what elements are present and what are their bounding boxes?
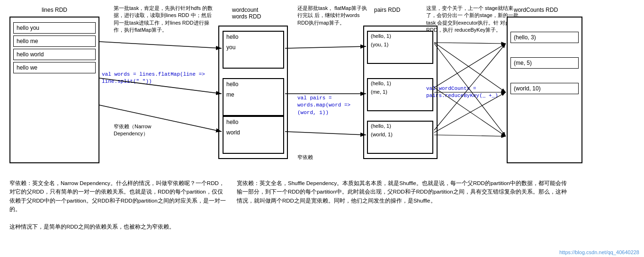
pairs-item-3a: (hello, 1) [368, 122, 432, 130]
words-item-1b: you [224, 42, 283, 53]
bottom-left-text: 窄依赖：英文全名，Narrow Dependency。什么样的情况，叫做窄依赖呢… [9, 179, 227, 231]
lines-item-1: hello you [13, 22, 96, 34]
pairs-item-1b: (you, 1) [368, 40, 432, 49]
pairs-item-1a: (hello, 1) [368, 32, 432, 40]
lines-rdd-container: hello you hello me hello world hello we [9, 17, 99, 163]
bottom-right-text: 宽依赖：英文全名，Shuffle Dependency。本质如其名本质，就是Sh… [237, 179, 568, 205]
code1: val words = lines.flatMap(line => line.s… [102, 71, 211, 86]
wordcounts-container: (hello, 3) (me, 5) (world, 10) [507, 17, 582, 163]
svg-line-0 [99, 42, 222, 48]
wordcounts-item-1: (hello, 3) [510, 32, 579, 43]
words-item-2b: me [224, 89, 283, 100]
pairs-item-3b: (world, 1) [368, 130, 432, 139]
narrow-dep-label2: 窄依赖 [297, 154, 326, 161]
lines-item-4: hello we [13, 62, 96, 73]
narrow-dep-label: 窄依赖（Narrow Dependency） [114, 123, 175, 138]
svg-line-6 [434, 43, 506, 44]
reduce-code: val wordCounts = pairs.reduceByKey(_ +_) [426, 85, 502, 100]
wordcounts-item-2: (me, 5) [510, 57, 579, 69]
words-item-3b: world [224, 127, 283, 138]
lines-rdd-label: lines RDD [42, 7, 67, 13]
wordcounts-item-3: (world, 10) [510, 83, 579, 94]
annotation-top1: 第一批task，肯定是，先执行针对hdfs 的数据，进行读取，读取到lines … [114, 5, 213, 34]
wordcounts-rdd-label: wordCounts RDD [514, 7, 558, 13]
svg-line-3 [285, 46, 366, 48]
pairs-group-1: (hello, 1) (you, 1) [367, 31, 433, 64]
svg-line-5 [285, 132, 366, 135]
svg-line-7 [434, 44, 506, 88]
code2: val pairs = words.map(word => (word, 1)) [297, 95, 364, 116]
pairs-item-2a: (hello, 1) [368, 79, 432, 88]
words-item-3a: hello [224, 117, 283, 127]
pairs-item-2b: (me, 1) [368, 88, 432, 96]
watermark: https://blog.csdn.net/qq_40640228 [559, 249, 639, 255]
words-group-2: hello me [223, 78, 284, 116]
wordcount-label1: wordcount [232, 7, 258, 13]
lines-item-2: hello me [13, 35, 96, 47]
words-group-3: hello world [223, 116, 284, 154]
pairs-group-2: (hello, 1) (me, 1) [367, 78, 433, 111]
pairs-group-3: (hello, 1) (world, 1) [367, 121, 433, 154]
annotation-top2: 还是那批task， flatMap算子执行完以 后，继续针对words RDD执… [297, 5, 368, 27]
svg-line-12 [434, 135, 506, 136]
words-item-2a: hello [224, 79, 283, 89]
lines-item-3: hello world [13, 49, 96, 60]
diagram-area: lines RDD hello you hello me hello world… [0, 0, 644, 175]
words-item-1a: hello [224, 32, 283, 42]
wordcount-label2: words RDD [232, 13, 261, 20]
words-group-1: hello you [223, 31, 284, 69]
pairs-rdd-label: pairs RDD [374, 7, 400, 13]
annotation-top3: 这里，变个关于，上一个 stage就结束了，会切分出一 个新的stage，新的一… [426, 5, 519, 34]
